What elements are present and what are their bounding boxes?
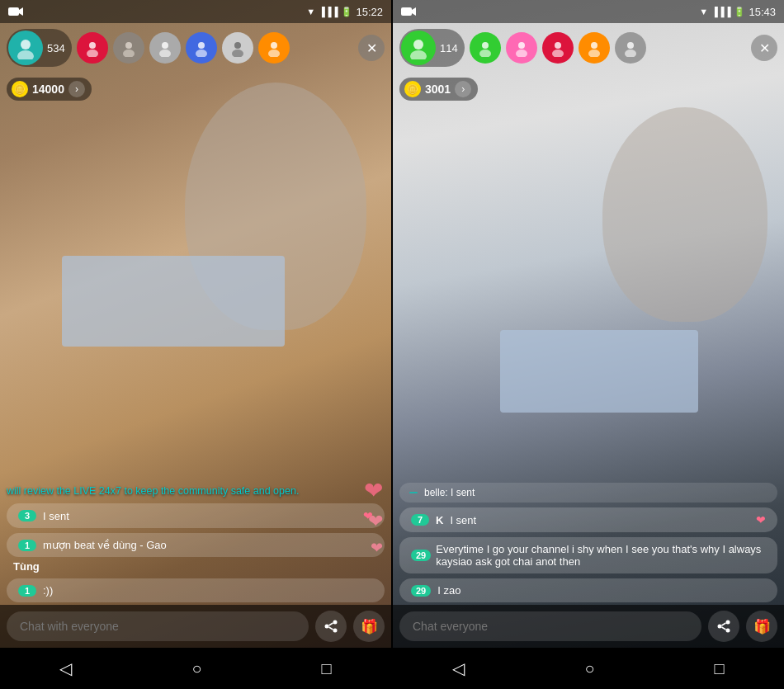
top-bar-left: 534	[0, 23, 391, 73]
svg-point-29	[555, 42, 561, 49]
coin-amount-left: 14000	[32, 83, 64, 96]
gift-button-left[interactable]: 🎁	[353, 611, 385, 642]
badge-long-right: 29	[411, 550, 431, 561]
viewer-avatar-3-right[interactable]	[542, 32, 574, 64]
coin-icon-right: 🪙	[404, 81, 421, 97]
viewer-avatar-6-left[interactable]	[258, 32, 290, 64]
svg-point-27	[518, 42, 525, 49]
coin-bar-left[interactable]: 🪙 14000 ›	[7, 78, 92, 101]
svg-point-8	[162, 42, 168, 49]
svg-point-34	[625, 50, 636, 57]
host-avatar-right	[401, 31, 436, 65]
coin-bar-right[interactable]: 🪙 3001 ›	[399, 78, 478, 101]
badge-belle-right	[409, 492, 418, 493]
svg-point-25	[482, 42, 489, 49]
chat-input-bar-right: 🎁	[393, 605, 784, 648]
chat-text-3-left: :))	[43, 584, 373, 597]
svg-point-35	[726, 621, 730, 625]
status-bar-left: ▼ ▐▐▐ 🔋 15:22	[0, 0, 391, 23]
bars-icon-right: ▐▐▐	[711, 7, 730, 17]
coin-arrow-left[interactable]: ›	[68, 81, 85, 97]
status-time-left: 15:22	[356, 6, 383, 18]
chat-bubble-zao-right: 29 I zao	[399, 578, 777, 602]
svg-point-23	[413, 40, 423, 50]
coin-icon-left: 🪙	[12, 81, 28, 97]
svg-point-2	[21, 40, 31, 50]
chat-area-right: belle: I sent 7 K I sent ❤ 29 Everytime …	[393, 483, 784, 602]
k-username-right: K	[436, 514, 443, 526]
gift-button-right[interactable]: 🎁	[746, 611, 777, 642]
face-silhouette-right	[602, 107, 767, 322]
right-phone-panel: ▼ ▐▐▐ 🔋 15:43 114	[393, 0, 784, 689]
svg-marker-1	[19, 7, 23, 16]
svg-point-3	[17, 50, 34, 59]
chat-bubble-2-left: 1 mượn beat về dùng - Gao	[7, 533, 385, 557]
svg-point-15	[268, 50, 280, 57]
svg-point-30	[552, 50, 564, 57]
svg-point-33	[627, 42, 634, 49]
viewer-avatar-5-left[interactable]	[222, 32, 253, 64]
viewer-avatar-5-right[interactable]	[615, 32, 646, 64]
host-info-left[interactable]: 534	[7, 29, 72, 67]
chat-input-bar-left: 🎁	[0, 605, 391, 648]
svg-point-5	[87, 50, 98, 57]
status-bar-right: ▼ ▐▐▐ 🔋 15:43	[393, 0, 784, 23]
recents-button-right[interactable]: □	[714, 659, 724, 678]
viewer-avatar-4-left[interactable]	[186, 32, 217, 64]
viewer-avatar-4-right[interactable]	[579, 32, 610, 64]
privacy-overlay-right	[500, 330, 698, 413]
status-right-group-right: ▼ ▐▐▐ 🔋 15:43	[699, 6, 776, 18]
viewer-avatar-1-right[interactable]	[470, 32, 501, 64]
privacy-overlay-left	[62, 256, 285, 347]
bars-icon-left: ▐▐▐	[319, 7, 338, 17]
svg-line-19	[329, 623, 333, 625]
svg-rect-0	[8, 7, 19, 16]
close-button-left[interactable]: ✕	[358, 35, 385, 61]
svg-marker-22	[412, 7, 416, 16]
chat-text-zao-right: I zao	[437, 584, 766, 597]
recents-button-left[interactable]: □	[321, 659, 331, 678]
battery-icon-left: 🔋	[341, 7, 352, 17]
chat-text-k-right: I sent	[450, 514, 749, 526]
svg-line-39	[722, 627, 726, 630]
svg-rect-21	[401, 7, 412, 16]
host-avatar-left	[8, 31, 43, 65]
badge-2-left: 1	[18, 540, 36, 551]
home-button-left[interactable]: ○	[191, 659, 201, 678]
svg-point-26	[479, 50, 491, 57]
status-right-group-left: ▼ ▐▐▐ 🔋 15:22	[306, 6, 383, 18]
share-button-right[interactable]	[708, 611, 739, 642]
chat-bubble-long-right: 29 Everytime I go your channel i shy whe…	[399, 537, 777, 573]
chat-input-left[interactable]	[7, 611, 309, 641]
svg-point-13	[232, 50, 243, 57]
badge-k-right: 7	[411, 514, 429, 526]
chat-text-long-right: Everytime I go your channel i shy when I…	[436, 543, 766, 568]
home-button-right[interactable]: ○	[584, 659, 594, 678]
viewer-avatar-2-left[interactable]	[113, 32, 144, 64]
svg-point-4	[89, 42, 96, 49]
chat-input-right[interactable]	[399, 611, 701, 641]
back-button-right[interactable]: ◁	[452, 658, 465, 678]
camera-icon-left	[8, 5, 25, 18]
host-info-right[interactable]: 114	[399, 29, 465, 67]
viewer-avatar-3-left[interactable]	[149, 32, 181, 64]
top-bar-right: 114	[393, 23, 784, 73]
viewer-count-left: 534	[47, 42, 65, 54]
badge-1-left: 3	[18, 510, 36, 521]
chat-bubble-k-right: 7 K I sent ❤	[399, 507, 777, 532]
battery-icon-right: 🔋	[734, 7, 745, 17]
system-message-left: will review the LIVE 24x7 to keep the co…	[7, 484, 385, 499]
viewer-avatar-1-left[interactable]	[77, 32, 108, 64]
back-button-left[interactable]: ◁	[59, 658, 72, 678]
coin-arrow-right[interactable]: ›	[455, 81, 471, 97]
chat-text-1-left: I sent	[43, 510, 357, 522]
close-button-right[interactable]: ✕	[751, 35, 777, 61]
share-button-left[interactable]	[315, 611, 347, 642]
camera-icon-right	[401, 5, 418, 18]
svg-point-28	[516, 50, 527, 57]
viewer-avatar-2-right[interactable]	[506, 32, 537, 64]
heart-k-right: ❤	[756, 513, 766, 526]
bottom-nav-right: ◁ ○ □	[393, 648, 784, 689]
chat-bubble-3-left: 1 :))	[7, 578, 385, 602]
badge-zao-right: 29	[411, 585, 431, 597]
